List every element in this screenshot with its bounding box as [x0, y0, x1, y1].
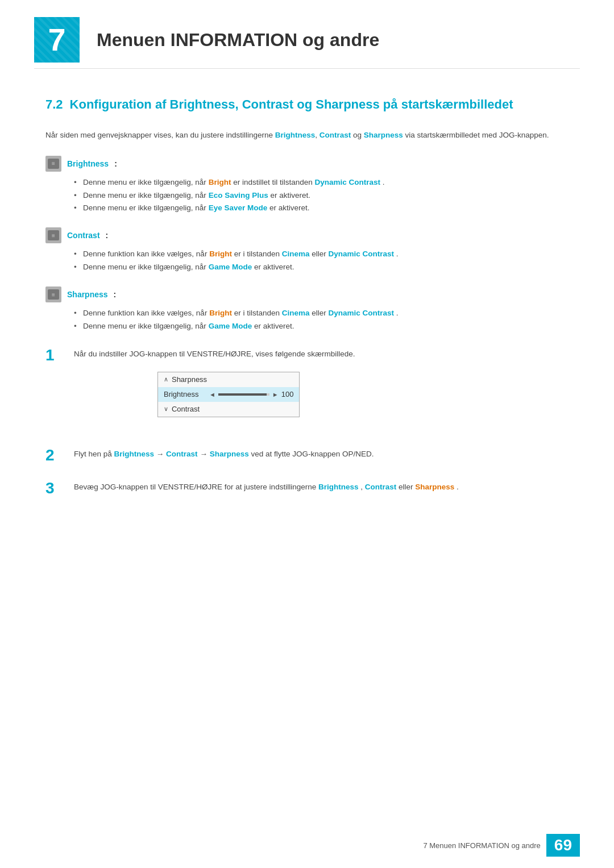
chapter-title: Menuen INFORMATION og andre — [80, 30, 379, 51]
sb1-h2: Cinema — [282, 309, 310, 317]
brightness-header: Brightness : — [45, 156, 569, 172]
step3-post: . — [457, 483, 459, 491]
intro-sharpness: Sharpness — [364, 131, 403, 139]
osd-slider-container: ◄ ► — [209, 391, 279, 398]
step-1: 1 Når du indstiller JOG-knappen til VENS… — [45, 346, 569, 431]
bb2-mid: er aktiveret. — [270, 191, 310, 200]
contrast-icon-inner — [48, 230, 59, 240]
sb1-h1: Bright — [209, 309, 232, 317]
bb2-h1: Eco Saving Plus — [209, 191, 268, 200]
step-3: 3 Bevæg JOG-knappen til VENSTRE/HØJRE fo… — [45, 479, 569, 498]
step2-post: ved at flytte JOG-knappen OP/NED. — [251, 450, 374, 458]
cb2-pre: Denne menu er ikke tilgængelig, når — [83, 263, 209, 271]
cb1-h1: Bright — [209, 250, 232, 258]
step-3-number: 3 — [45, 479, 63, 498]
brightness-bullet-2: Denne menu er ikke tilgængelig, når Eco … — [74, 189, 569, 202]
sb2-mid: er aktiveret. — [254, 322, 294, 330]
step3-b1: Brightness — [318, 483, 359, 491]
section-title: Konfiguration af Brightness, Contrast og… — [70, 97, 513, 112]
sharpness-bullet-1: Denne funktion kan ikke vælges, når Brig… — [74, 307, 569, 320]
sharpness-icon — [45, 286, 61, 302]
cb1-mid: er i tilstanden — [234, 250, 282, 258]
main-content: 7.2 Konfiguration af Brightness, Contras… — [0, 69, 614, 558]
footer-chapter-text: 7 Menuen INFORMATION og andre — [423, 841, 540, 850]
step-1-number: 1 — [45, 346, 63, 365]
osd-value: 100 — [281, 390, 294, 398]
contrast-icon — [45, 227, 61, 243]
osd-brightness-label: Brightness — [164, 390, 209, 398]
step-1-content: Når du indstiller JOG-knappen til VENSTR… — [74, 346, 355, 431]
contrast-bullet-2: Denne menu er ikke tilgængelig, når Game… — [74, 261, 569, 274]
osd-slider-bar — [218, 393, 269, 396]
osd-container: ∧ Sharpness Brightness ◄ ► 100 — [102, 372, 355, 417]
brightness-bullet-1: Denne menu er ikke tilgængelig, når Brig… — [74, 176, 569, 189]
sb1-h3: Dynamic Contrast — [329, 309, 395, 317]
sharpness-icon-inner — [48, 289, 59, 300]
intro-contrast: Contrast — [320, 131, 351, 139]
step3-b3: Sharpness — [415, 483, 454, 491]
sharpness-colon: : — [114, 290, 117, 299]
intro-sep2: og — [351, 131, 364, 139]
brightness-label: Brightness — [67, 159, 109, 168]
sharpness-setting: Sharpness : Denne funktion kan ikke vælg… — [45, 286, 569, 333]
chapter-number-box: 7 — [34, 17, 80, 63]
sharpness-label: Sharpness — [67, 290, 108, 299]
bb3-pre: Denne menu er ikke tilgængelig, når — [83, 203, 209, 212]
intro-paragraph: Når siden med genvejsknapper vises, kan … — [45, 129, 569, 142]
osd-sharpness-label: Sharpness — [172, 375, 217, 384]
bb1-mid: er indstillet til tilstanden — [233, 178, 314, 186]
contrast-bullets: Denne funktion kan ikke vælges, når Brig… — [74, 248, 569, 274]
bb3-mid: er aktiveret. — [269, 203, 310, 212]
cb1-post: . — [396, 250, 399, 258]
step2-b1: Brightness — [114, 450, 155, 458]
section-heading-row: 7.2 Konfiguration af Brightness, Contras… — [45, 97, 569, 112]
intro-text-pre: Når siden med genvejsknapper vises, kan … — [45, 131, 275, 139]
osd-up-arrow: ∧ — [164, 376, 168, 383]
step2-arrow1: → — [156, 450, 166, 458]
cb2-mid: er aktiveret. — [254, 263, 294, 271]
sharpness-header: Sharpness : — [45, 286, 569, 302]
brightness-colon: : — [114, 159, 117, 168]
step-2: 2 Flyt hen på Brightness → Contrast → Sh… — [45, 446, 569, 465]
chapter-header: 7 Menuen INFORMATION og andre — [0, 0, 614, 68]
cb1-pre: Denne funktion kan ikke vælges, når — [83, 250, 207, 258]
brightness-icon-inner — [48, 159, 59, 169]
sb1-post: . — [396, 309, 399, 317]
osd-down-arrow: ∨ — [164, 405, 168, 413]
step-2-text: Flyt hen på Brightness → Contrast → Shar… — [74, 446, 374, 460]
contrast-header: Contrast : — [45, 227, 569, 243]
sharpness-bullet-2: Denne menu er ikke tilgængelig, når Game… — [74, 320, 569, 333]
cb2-h1: Game Mode — [209, 263, 252, 271]
sharpness-bullets: Denne funktion kan ikke vælges, når Brig… — [74, 307, 569, 333]
sb1-mid2: eller — [312, 309, 328, 317]
page-footer: 7 Menuen INFORMATION og andre 69 — [423, 834, 580, 857]
bb1-post: . — [383, 178, 385, 186]
osd-contrast-label: Contrast — [172, 405, 217, 413]
section-heading: 7.2 Konfiguration af Brightness, Contras… — [45, 97, 569, 112]
osd-box: ∧ Sharpness Brightness ◄ ► 100 — [157, 372, 300, 417]
cb1-h3: Dynamic Contrast — [329, 250, 395, 258]
brightness-icon — [45, 156, 61, 172]
bb1-h2: Dynamic Contrast — [314, 178, 380, 186]
intro-text-post: via startskærmbilledet med JOG-knappen. — [403, 131, 549, 139]
contrast-setting: Contrast : Denne funktion kan ikke vælge… — [45, 227, 569, 274]
step3-sep1: , — [360, 483, 365, 491]
step2-b2: Contrast — [166, 450, 198, 458]
cb1-mid2: eller — [312, 250, 328, 258]
step2-pre: Flyt hen på — [74, 450, 114, 458]
osd-left-arrow: ◄ — [209, 391, 215, 398]
step-1-text: Når du indstiller JOG-knappen til VENSTR… — [74, 346, 355, 360]
step2-arrow2: → — [200, 450, 209, 458]
sb2-pre: Denne menu er ikke tilgængelig, når — [83, 322, 209, 330]
sb1-mid: er i tilstanden — [234, 309, 282, 317]
footer-page-number: 69 — [546, 834, 580, 857]
step-2-number: 2 — [45, 446, 63, 465]
bb1-h1: Bright — [209, 178, 231, 186]
step3-sep2: eller — [399, 483, 415, 491]
step2-b3: Sharpness — [210, 450, 249, 458]
intro-brightness: Brightness — [275, 131, 316, 139]
osd-slider-fill — [218, 393, 267, 396]
brightness-bullets: Denne menu er ikke tilgængelig, når Brig… — [74, 176, 569, 215]
cb1-h2: Cinema — [282, 250, 310, 258]
step3-b2: Contrast — [365, 483, 397, 491]
